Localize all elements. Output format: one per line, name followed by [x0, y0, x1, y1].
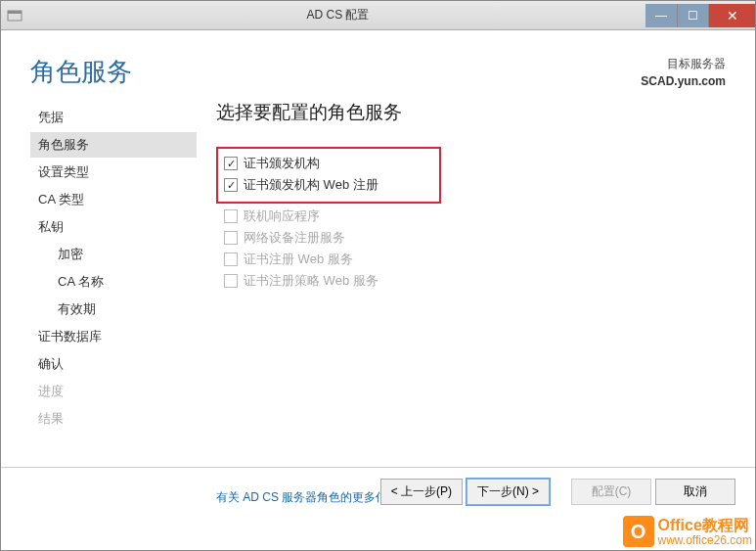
wizard-sidebar: 凭据 角色服务 设置类型 CA 类型 私钥 加密 CA 名称 有效期 证书数据库…	[30, 100, 197, 467]
checkbox-row-ca-web-enroll[interactable]: 证书颁发机构 Web 注册	[224, 174, 433, 196]
checkbox-label: 联机响应程序	[244, 207, 320, 225]
window-controls: — ☐ ✕	[645, 4, 755, 27]
more-info-link[interactable]: 有关 AD CS 服务器角色的更多信息	[216, 489, 399, 506]
sidebar-item-progress: 进度	[30, 379, 197, 404]
checkbox-row-online-responder: 联机响应程序	[224, 206, 718, 227]
main-heading: 选择要配置的角色服务	[216, 100, 726, 125]
watermark-url: www.office26.com	[658, 533, 753, 547]
sidebar-item-ca-type[interactable]: CA 类型	[30, 187, 197, 212]
checkbox-icon[interactable]	[224, 178, 238, 192]
sidebar-item-role-services[interactable]: 角色服务	[30, 132, 197, 158]
checkbox-label: 证书颁发机构	[244, 155, 320, 172]
sidebar-item-credentials[interactable]: 凭据	[30, 105, 197, 130]
watermark: O Office教程网 www.office26.com	[623, 516, 753, 547]
checkbox-label: 证书注册 Web 服务	[244, 251, 353, 268]
highlighted-checkbox-group: 证书颁发机构 证书颁发机构 Web 注册	[216, 147, 441, 204]
minimize-button[interactable]: —	[645, 4, 677, 27]
main-content: 选择要配置的角色服务 证书颁发机构 证书颁发机构 Web 注册 联机响应程序 网…	[197, 100, 726, 467]
sidebar-item-setup-type[interactable]: 设置类型	[30, 160, 197, 185]
watermark-text: Office教程网	[658, 517, 749, 533]
watermark-icon: O	[623, 516, 654, 547]
checkbox-row-ca[interactable]: 证书颁发机构	[224, 153, 433, 174]
sidebar-item-private-key[interactable]: 私钥	[30, 214, 197, 240]
next-button[interactable]: 下一步(N) >	[467, 479, 550, 505]
checkbox-icon[interactable]	[224, 157, 238, 170]
checkbox-label: 网络设备注册服务	[244, 229, 345, 247]
target-server-info: 目标服务器 SCAD.yun.com	[641, 55, 726, 90]
app-icon	[7, 8, 22, 23]
svg-rect-1	[8, 11, 22, 14]
checkbox-icon	[224, 231, 238, 245]
close-button[interactable]: ✕	[708, 4, 755, 27]
sidebar-item-encryption[interactable]: 加密	[30, 242, 197, 267]
page-title: 角色服务	[30, 55, 641, 89]
previous-button[interactable]: < 上一步(P)	[380, 479, 463, 505]
checkbox-icon	[224, 274, 238, 288]
header: 角色服务 目标服务器 SCAD.yun.com	[1, 30, 755, 100]
cancel-button[interactable]: 取消	[655, 479, 735, 505]
checkbox-label: 证书注册策略 Web 服务	[244, 272, 378, 290]
configure-button: 配置(C)	[571, 479, 651, 505]
sidebar-item-cert-database[interactable]: 证书数据库	[30, 324, 197, 349]
sidebar-item-validity[interactable]: 有效期	[30, 297, 197, 322]
window-title: AD CS 配置	[30, 7, 645, 23]
sidebar-item-confirm[interactable]: 确认	[30, 351, 197, 377]
checkbox-row-ces: 证书注册 Web 服务	[224, 249, 718, 270]
checkbox-icon	[224, 253, 238, 266]
target-server-label: 目标服务器	[641, 55, 726, 72]
window-titlebar: AD CS 配置 — ☐ ✕	[1, 1, 755, 30]
checkbox-label: 证书颁发机构 Web 注册	[244, 176, 378, 194]
body: 凭据 角色服务 设置类型 CA 类型 私钥 加密 CA 名称 有效期 证书数据库…	[1, 100, 755, 467]
maximize-button[interactable]: ☐	[677, 4, 708, 27]
checkbox-icon	[224, 209, 238, 223]
checkbox-row-ndes: 网络设备注册服务	[224, 227, 718, 249]
checkbox-row-cep: 证书注册策略 Web 服务	[224, 270, 718, 292]
disabled-checkbox-group: 联机响应程序 网络设备注册服务 证书注册 Web 服务 证书注册策略 Web 服…	[216, 204, 726, 294]
sidebar-item-ca-name[interactable]: CA 名称	[30, 269, 197, 295]
sidebar-item-result: 结果	[30, 406, 197, 432]
target-server-name: SCAD.yun.com	[641, 72, 726, 90]
